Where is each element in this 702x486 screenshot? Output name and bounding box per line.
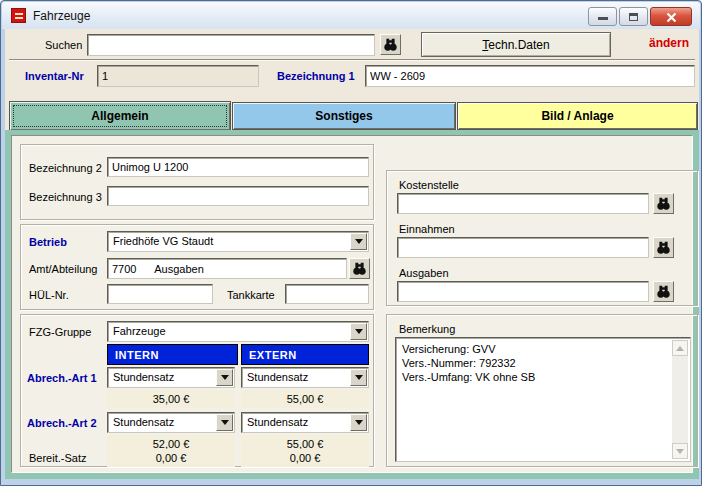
art2-intern-value: Stundensatz	[113, 416, 174, 428]
huel-nr-label: HÜL-Nr.	[29, 289, 69, 301]
betrieb-label: Betrieb	[29, 236, 67, 248]
bezeichnung1-label: Bezeichnung 1	[277, 70, 355, 82]
fzg-gruppe-value: Fahrzeuge	[113, 325, 166, 337]
scroll-up-button[interactable]	[672, 340, 688, 356]
maximize-icon	[629, 13, 638, 21]
bereit-extern-amount: 0,00 €	[241, 449, 369, 467]
bemerkung-scrollbar[interactable]	[672, 340, 688, 459]
close-button[interactable]	[650, 7, 692, 26]
binoculars-icon	[656, 240, 671, 255]
abrech-art1-label: Abrech.-Art 1	[27, 372, 97, 384]
tankkarte-input[interactable]	[285, 284, 369, 304]
art1-intern-value: Stundensatz	[113, 371, 174, 383]
minimize-icon	[598, 17, 608, 20]
ausgaben-binoculars-button[interactable]	[653, 281, 674, 302]
search-binoculars-button[interactable]	[380, 34, 401, 55]
bemerkung-group: Bemerkung Versicherung: GVV Vers.-Nummer…	[386, 314, 698, 467]
konten-group: Kostenstelle Einnahmen Ausgaben	[386, 170, 698, 306]
kostenstelle-label: Kostenstelle	[399, 179, 459, 191]
amt-abteilung-input[interactable]	[107, 258, 347, 279]
search-input[interactable]	[87, 34, 375, 56]
app-icon	[11, 8, 26, 23]
tab-label: Allgemein	[91, 109, 148, 123]
binoculars-icon	[656, 284, 671, 299]
bereit-intern-amount: 0,00 €	[107, 449, 235, 467]
bereit-satz-label: Bereit.-Satz	[29, 452, 86, 464]
fahrzeuge-window: Fahrzeuge Suchen Techn.Daten ändern Inve…	[0, 0, 702, 486]
tankkarte-label: Tankkarte	[227, 289, 275, 301]
window-title: Fahrzeuge	[33, 9, 90, 23]
section-divider	[9, 59, 695, 61]
bemerkung-textarea[interactable]: Versicherung: GVV Vers.-Nummer: 792332 V…	[395, 337, 691, 462]
amt-abteilung-label: Amt/Abteilung	[29, 263, 97, 275]
dropdown-arrow-icon[interactable]	[350, 369, 367, 386]
einnahmen-label: Einnahmen	[399, 223, 455, 235]
bezeichnung2-label: Bezeichnung 2	[29, 162, 102, 174]
techn-daten-button[interactable]: Techn.Daten	[421, 32, 611, 57]
bezeichnung3-input[interactable]	[107, 186, 369, 206]
dropdown-arrow-icon[interactable]	[350, 414, 367, 431]
binoculars-icon	[656, 196, 671, 211]
huel-nr-input[interactable]	[107, 284, 213, 304]
binoculars-icon	[352, 261, 367, 276]
betrieb-value: Friedhöfe VG Staudt	[113, 235, 213, 247]
abrech-art2-label: Abrech.-Art 2	[27, 417, 97, 429]
art1-intern-amount: 35,00 €	[107, 390, 235, 408]
betrieb-select[interactable]: Friedhöfe VG Staudt	[107, 231, 369, 252]
arrow-down-icon	[676, 449, 684, 454]
column-header-intern: INTERN	[107, 344, 238, 365]
search-panel: Suchen Techn.Daten ändern Inventar-Nr Be…	[5, 29, 699, 101]
dropdown-arrow-icon[interactable]	[216, 414, 233, 431]
tab-allgemein[interactable]: Allgemein	[9, 101, 231, 131]
inventar-nr-input[interactable]	[97, 65, 259, 87]
kostenstelle-input[interactable]	[397, 193, 649, 214]
art2-extern-value: Stundensatz	[247, 416, 308, 428]
amt-binoculars-button[interactable]	[349, 258, 370, 279]
abrechnung-group: FZG-Gruppe Fahrzeuge INTERN EXTERN Abrec…	[20, 314, 374, 467]
arrow-up-icon	[676, 346, 684, 351]
bezeichnung1-input[interactable]	[365, 65, 695, 87]
einnahmen-input[interactable]	[397, 237, 649, 258]
bezeichnung3-label: Bezeichnung 3	[29, 191, 102, 203]
kostenstelle-binoculars-button[interactable]	[653, 193, 674, 214]
dropdown-arrow-icon[interactable]	[350, 233, 367, 250]
bezeichnung2-input[interactable]	[107, 157, 369, 177]
tab-strip: Allgemein Sonstiges Bild / Anlage	[5, 101, 699, 130]
dropdown-arrow-icon[interactable]	[216, 369, 233, 386]
tab-label: Sonstiges	[315, 109, 372, 123]
content-panel: Bezeichnung 2 Bezeichnung 3 Betrieb Frie…	[11, 135, 693, 473]
column-header-extern: EXTERN	[241, 344, 369, 365]
window-controls	[588, 7, 692, 26]
tab-sonstiges[interactable]: Sonstiges	[232, 102, 456, 130]
scroll-down-button[interactable]	[672, 443, 688, 459]
dropdown-arrow-icon[interactable]	[350, 323, 367, 340]
art1-extern-select[interactable]: Stundensatz	[241, 367, 369, 388]
fzg-gruppe-select[interactable]: Fahrzeuge	[107, 321, 369, 342]
einnahmen-binoculars-button[interactable]	[653, 237, 674, 258]
maximize-button[interactable]	[619, 7, 648, 26]
ausgaben-input[interactable]	[397, 281, 649, 302]
betrieb-group: Betrieb Friedhöfe VG Staudt Amt/Abteilun…	[20, 224, 374, 310]
art1-extern-value: Stundensatz	[247, 371, 308, 383]
mode-indicator: ändern	[649, 36, 689, 50]
tab-bild-anlage[interactable]: Bild / Anlage	[457, 102, 698, 130]
art2-intern-select[interactable]: Stundensatz	[107, 412, 235, 433]
bemerkung-text: Versicherung: GVV Vers.-Nummer: 792332 V…	[402, 342, 668, 384]
art1-intern-select[interactable]: Stundensatz	[107, 367, 235, 388]
art2-extern-select[interactable]: Stundensatz	[241, 412, 369, 433]
bezeichnung-group: Bezeichnung 2 Bezeichnung 3	[20, 144, 374, 220]
ausgaben-label: Ausgaben	[399, 267, 449, 279]
fzg-gruppe-label: FZG-Gruppe	[29, 326, 91, 338]
bemerkung-label: Bemerkung	[399, 323, 455, 335]
art1-extern-amount: 55,00 €	[241, 390, 369, 408]
close-icon	[666, 12, 677, 23]
tab-page-allgemein: Bezeichnung 2 Bezeichnung 3 Betrieb Frie…	[5, 130, 699, 479]
binoculars-icon	[383, 37, 398, 52]
tab-label: Bild / Anlage	[541, 109, 613, 123]
title-bar[interactable]: Fahrzeuge	[2, 2, 700, 29]
minimize-button[interactable]	[588, 7, 617, 26]
inventar-nr-label: Inventar-Nr	[25, 70, 84, 82]
search-label: Suchen	[45, 39, 82, 51]
